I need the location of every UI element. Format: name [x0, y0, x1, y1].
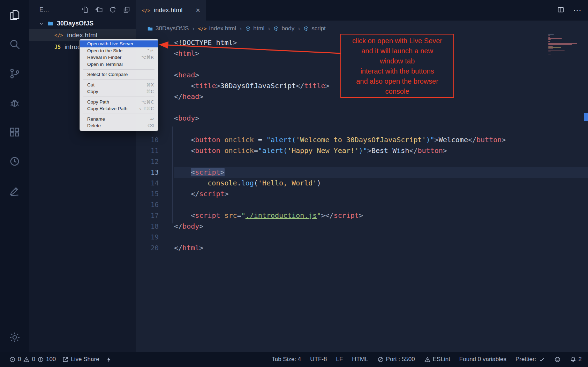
prettier-indicator[interactable]: Prettier:	[515, 356, 545, 363]
language-label: HTML	[352, 356, 368, 363]
tab-title: index.html	[154, 7, 182, 14]
menu-item-open-in-terminal[interactable]: Open in Terminal	[80, 61, 158, 68]
code-line-12[interactable]: 12	[136, 156, 588, 167]
menu-item-reveal-in-finder[interactable]: Reveal in Finder⌥⌘R	[80, 54, 158, 61]
eslint-indicator[interactable]: ESLint	[424, 356, 450, 363]
menu-item-copy-path[interactable]: Copy Path⌥⌘C	[80, 99, 158, 106]
minimap-line	[548, 52, 551, 52]
menu-item-label: Cut	[87, 82, 146, 87]
variables-indicator[interactable]: Found 0 variables	[459, 356, 506, 363]
extensions-icon[interactable]	[8, 126, 21, 138]
breadcrumb-item-body[interactable]: body	[273, 25, 294, 32]
menu-item-label: Delete	[87, 123, 148, 128]
code-line-14[interactable]: 14 console.log('Hello, World')	[136, 178, 588, 189]
status-bar: 0 0 100 Live Share Tab Size: 4	[0, 352, 588, 367]
sidebar-header: E…	[29, 0, 136, 18]
breadcrumb-item-script[interactable]: script	[303, 25, 326, 32]
explorer-icon[interactable]	[8, 9, 21, 21]
chevron-down-icon	[39, 21, 44, 26]
minimap-line	[548, 48, 553, 49]
breadcrumb-separator: ›	[298, 25, 300, 32]
search-icon[interactable]	[8, 38, 21, 51]
menu-item-copy-relative-path[interactable]: Copy Relative Path⌥⇧⌘C	[80, 105, 158, 112]
folder-root-row[interactable]: 30DaysOfJS	[29, 18, 136, 29]
code-line-11[interactable]: 11 <button onclick="alert('Happy New Yea…	[136, 145, 588, 156]
refresh-icon[interactable]	[109, 6, 116, 14]
menu-item-shortcut: ⌥⌘C	[141, 99, 154, 105]
code-line-17[interactable]: 17 <script src="./introduction.js"></scr…	[136, 210, 588, 221]
menu-item-shortcut: ⌥⌘R	[141, 55, 154, 60]
encoding-indicator[interactable]: UTF-8	[310, 356, 327, 363]
menu-item-copy[interactable]: Copy⌘C	[80, 88, 158, 95]
line-number: 20	[136, 243, 159, 253]
bell-icon	[570, 356, 576, 363]
run-debug-bug-icon[interactable]	[8, 97, 21, 109]
code-line-9[interactable]: 9	[136, 124, 588, 135]
lightning-icon	[106, 356, 112, 363]
live-share-button[interactable]: Live Share	[62, 356, 99, 363]
tab-index-html[interactable]: </> index.html ×	[136, 0, 206, 21]
breadcrumb-item-30daysofjs[interactable]: 30DaysOfJS	[147, 25, 189, 32]
minimap[interactable]	[548, 34, 580, 55]
errors-count: 0	[18, 356, 21, 363]
code-line-13[interactable]: 13 <script>	[136, 167, 588, 178]
line-number: 15	[136, 189, 159, 199]
breadcrumb-item-html[interactable]: html	[245, 25, 264, 32]
breadcrumb-label: 30DaysOfJS	[156, 25, 189, 32]
breadcrumb-separator: ›	[268, 25, 270, 32]
menu-item-shortcut: ⌘X	[146, 82, 154, 87]
annotation-text: click on open with Live Severand it will…	[341, 36, 453, 97]
new-file-icon[interactable]	[81, 6, 89, 14]
history-clock-icon[interactable]	[8, 155, 21, 168]
warnings-indicator[interactable]: 0	[23, 356, 35, 363]
feedback-smiley[interactable]	[554, 356, 561, 363]
error-icon	[9, 356, 16, 363]
menu-item-label: Open in Terminal	[87, 62, 154, 67]
scrollbar-marker[interactable]	[584, 113, 588, 121]
annotation-line: window tab	[341, 56, 453, 66]
live-share-edit-icon[interactable]	[8, 184, 21, 197]
menu-item-shortcut: ⌥⇧⌘C	[138, 106, 154, 111]
prettier-label: Prettier:	[515, 356, 536, 363]
settings-gear-icon[interactable]	[8, 331, 21, 344]
menu-item-open-with-live-server[interactable]: Open with Live Server	[80, 40, 158, 47]
menu-item-label: Open to the Side	[87, 48, 146, 53]
code-line-16[interactable]: 16	[136, 199, 588, 210]
code-line-10[interactable]: 10 <button onclick = "alert('Welcome to …	[136, 135, 588, 145]
code-line-15[interactable]: 15 </script>	[136, 189, 588, 199]
close-tab-icon[interactable]: ×	[196, 7, 200, 14]
notifications-bell[interactable]: 2	[570, 356, 582, 363]
code-line-19[interactable]: 19	[136, 232, 588, 243]
menu-separator	[83, 79, 154, 80]
vscode-window: E… 30DaysOfJS </>index.htmlJSintroductio…	[0, 0, 588, 367]
more-actions-icon[interactable]: ⋯	[573, 6, 582, 15]
line-number: 18	[136, 221, 159, 232]
collapse-all-icon[interactable]	[123, 6, 130, 14]
code-line-8[interactable]: 8<body>	[136, 113, 588, 124]
info-indicator[interactable]: 100	[37, 356, 56, 363]
source-control-icon[interactable]	[8, 67, 21, 80]
code-line-7[interactable]: 7	[136, 102, 588, 113]
menu-item-delete[interactable]: Delete⌫	[80, 122, 158, 129]
minimap-line	[548, 42, 580, 43]
html-file-icon: </>	[54, 32, 63, 38]
tab-size-indicator[interactable]: Tab Size: 4	[272, 356, 301, 363]
line-content: </body>	[174, 221, 203, 232]
breadcrumb-item-index.html[interactable]: </>index.html	[198, 25, 236, 32]
errors-indicator[interactable]: 0	[9, 356, 21, 363]
minimap-line	[548, 53, 580, 53]
new-folder-icon[interactable]	[95, 6, 103, 14]
menu-item-select-for-compare[interactable]: Select for Compare	[80, 71, 158, 78]
activity-bar	[0, 0, 29, 352]
port-indicator[interactable]: Port : 5500	[377, 356, 415, 363]
code-line-18[interactable]: 18</body>	[136, 221, 588, 232]
code-line-20[interactable]: 20</html>	[136, 243, 588, 253]
language-indicator[interactable]: HTML	[352, 356, 368, 363]
split-editor-icon[interactable]	[557, 6, 565, 15]
menu-item-cut[interactable]: Cut⌘X	[80, 82, 158, 89]
eol-indicator[interactable]: LF	[336, 356, 343, 363]
line-content: <button onclick="alert('Happy New Year!'…	[174, 145, 447, 156]
lightning-button[interactable]	[106, 356, 112, 363]
menu-item-rename[interactable]: Rename↩	[80, 116, 158, 123]
menu-item-open-to-the-side[interactable]: Open to the Side⌃↵	[80, 47, 158, 54]
